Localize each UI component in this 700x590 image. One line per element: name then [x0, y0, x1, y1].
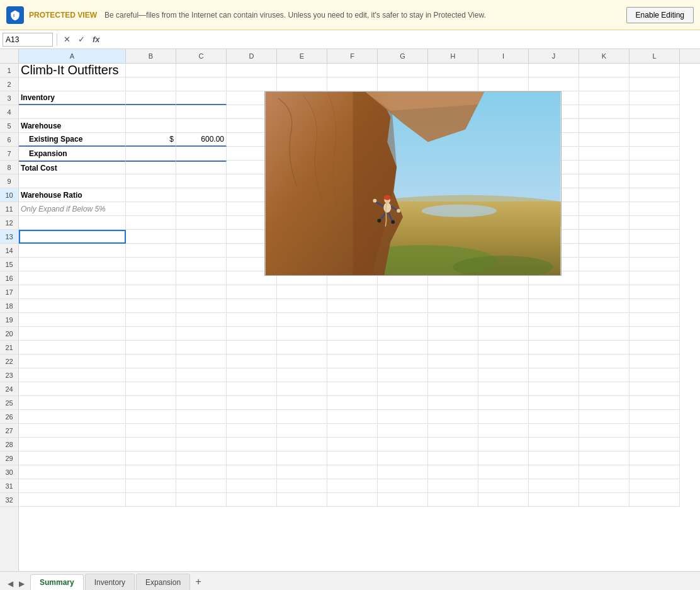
row-num-2[interactable]: 2 [0, 77, 18, 91]
cell-K20[interactable] [579, 327, 629, 341]
cell-A19[interactable] [19, 313, 126, 327]
cell-a13[interactable] [19, 230, 126, 244]
cell-I32[interactable] [478, 493, 529, 507]
cell-L23[interactable] [629, 368, 680, 382]
cell-j1[interactable] [529, 64, 579, 77]
cell-b6[interactable]: $ [126, 133, 176, 147]
row-num-11[interactable]: 11 [0, 202, 18, 216]
cell-G28[interactable] [378, 438, 428, 451]
cell-H20[interactable] [428, 327, 478, 341]
cell-C28[interactable] [176, 438, 227, 451]
cell-l5[interactable] [629, 119, 680, 133]
cell-C32[interactable] [176, 493, 227, 507]
cell-J19[interactable] [529, 313, 579, 327]
cell-b5[interactable] [126, 119, 176, 133]
cell-J21[interactable] [529, 341, 579, 355]
cell-J25[interactable] [529, 396, 579, 410]
tab-inventory[interactable]: Inventory [85, 574, 135, 590]
cell-h1[interactable] [428, 64, 478, 77]
cell-b13[interactable] [126, 230, 176, 244]
cell-l1[interactable] [629, 64, 680, 77]
cell-E18[interactable] [277, 299, 327, 313]
row-num-16[interactable]: 16 [0, 271, 18, 285]
cell-D25[interactable] [227, 396, 277, 410]
cell-b11[interactable] [126, 202, 176, 216]
cell-c1[interactable] [176, 64, 227, 77]
cell-A23[interactable] [19, 368, 126, 382]
cell-F18[interactable] [327, 299, 378, 313]
cell-A15[interactable] [19, 258, 126, 271]
cell-L30[interactable] [629, 465, 680, 479]
cell-G20[interactable] [378, 327, 428, 341]
cell-I20[interactable] [478, 327, 529, 341]
cell-C29[interactable] [176, 451, 227, 465]
cell-I29[interactable] [478, 451, 529, 465]
cell-B19[interactable] [126, 313, 176, 327]
cell-l6[interactable] [629, 133, 680, 147]
cell-H29[interactable] [428, 451, 478, 465]
cell-F24[interactable] [327, 382, 378, 396]
cell-A24[interactable] [19, 382, 126, 396]
cell-l10[interactable] [629, 188, 680, 202]
cell-I23[interactable] [478, 368, 529, 382]
cell-E19[interactable] [277, 313, 327, 327]
col-header-i[interactable]: I [478, 49, 529, 63]
cancel-icon[interactable]: ✕ [61, 35, 73, 44]
row-num-23[interactable]: 23 [0, 368, 18, 382]
cell-L15[interactable] [629, 258, 680, 271]
cell-B29[interactable] [126, 451, 176, 465]
cell-K28[interactable] [579, 438, 629, 451]
cell-F28[interactable] [327, 438, 378, 451]
cell-E24[interactable] [277, 382, 327, 396]
cell-I19[interactable] [478, 313, 529, 327]
cell-a4[interactable] [19, 105, 126, 119]
cell-J30[interactable] [529, 465, 579, 479]
cell-G32[interactable] [378, 493, 428, 507]
cell-F32[interactable] [327, 493, 378, 507]
cell-B20[interactable] [126, 327, 176, 341]
cell-B25[interactable] [126, 396, 176, 410]
cell-D17[interactable] [227, 285, 277, 299]
cell-k11[interactable] [579, 202, 629, 216]
cell-E21[interactable] [277, 341, 327, 355]
cell-G22[interactable] [378, 355, 428, 368]
cell-A27[interactable] [19, 424, 126, 438]
cell-F26[interactable] [327, 410, 378, 424]
cell-B22[interactable] [126, 355, 176, 368]
cell-G29[interactable] [378, 451, 428, 465]
cell-k4[interactable] [579, 105, 629, 119]
cell-B26[interactable] [126, 410, 176, 424]
cell-H17[interactable] [428, 285, 478, 299]
cell-F22[interactable] [327, 355, 378, 368]
cell-e2[interactable] [277, 77, 327, 91]
confirm-icon[interactable]: ✓ [76, 35, 88, 44]
cell-a1[interactable]: Climb-It Outfitters [19, 64, 126, 77]
cell-K27[interactable] [579, 424, 629, 438]
cell-C25[interactable] [176, 396, 227, 410]
cell-A17[interactable] [19, 285, 126, 299]
row-num-31[interactable]: 31 [0, 479, 18, 493]
cell-G30[interactable] [378, 465, 428, 479]
row-num-4[interactable]: 4 [0, 105, 18, 119]
cell-A30[interactable] [19, 465, 126, 479]
cell-K26[interactable] [579, 410, 629, 424]
cell-K30[interactable] [579, 465, 629, 479]
cell-E20[interactable] [277, 327, 327, 341]
cell-b4[interactable] [126, 105, 176, 119]
add-sheet-button[interactable]: + [191, 575, 205, 589]
cell-J31[interactable] [529, 479, 579, 493]
row-num-26[interactable]: 26 [0, 410, 18, 424]
cell-b9[interactable] [126, 174, 176, 188]
cell-L31[interactable] [629, 479, 680, 493]
cell-I24[interactable] [478, 382, 529, 396]
cell-k13[interactable] [579, 230, 629, 244]
row-num-12[interactable]: 12 [0, 216, 18, 230]
cell-C16[interactable] [176, 271, 227, 285]
cell-b7[interactable] [126, 147, 176, 161]
cell-A26[interactable] [19, 410, 126, 424]
cell-L18[interactable] [629, 299, 680, 313]
cell-k10[interactable] [579, 188, 629, 202]
cell-G17[interactable] [378, 285, 428, 299]
row-num-20[interactable]: 20 [0, 327, 18, 341]
row-num-6[interactable]: 6 [0, 133, 18, 147]
